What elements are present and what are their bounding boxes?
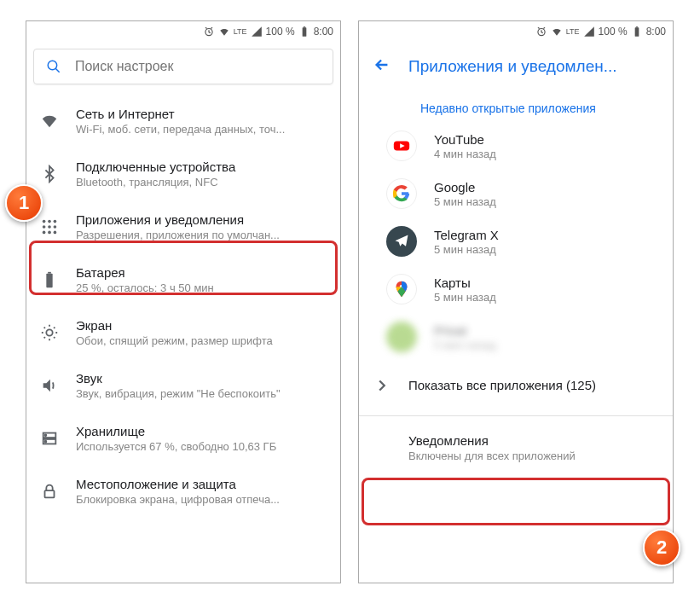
item-title: Уведомления [408,433,659,448]
svg-point-6 [54,220,57,223]
signal-icon [251,26,263,38]
network-label: LTE [234,28,247,36]
app-title: Google [434,180,659,194]
settings-list: Сеть и ИнтернетWi-Fi, моб. сети, передач… [26,91,340,521]
section-recent-apps: Недавно открытые приложения [359,88,673,122]
app-subtitle: 5 мин назад [434,243,659,256]
divider [359,415,673,416]
item-subtitle: Wi-Fi, моб. сети, передача данных, точ..… [76,123,327,136]
volume-icon [40,376,59,395]
svg-rect-14 [48,272,51,274]
apps-icon [40,218,59,236]
svg-rect-1 [302,27,306,37]
svg-point-12 [54,231,57,235]
maps-icon [386,274,417,304]
search-icon [46,58,61,75]
header-title: Приложения и уведомлен... [408,57,617,76]
alarm-icon [535,26,547,38]
item-title: Экран [76,318,327,333]
clock-time: 8:00 [646,26,666,38]
app-subtitle: 4 мин назад [434,148,659,160]
battery-icon [40,270,59,289]
item-title: Приложения и уведомления [76,212,327,227]
settings-item-network[interactable]: Сеть и ИнтернетWi-Fi, моб. сети, передач… [26,95,340,148]
settings-item-sound[interactable]: ЗвукЗвук, вибрация, режим "Не беспокоить… [26,359,340,412]
app-item-youtube[interactable]: YouTube4 мин назад [359,122,673,170]
status-bar: LTE 100 % 8:00 [26,21,340,42]
notifications-item[interactable]: УведомленияВключены для всех приложений [359,421,673,474]
svg-point-9 [54,225,57,229]
svg-point-18 [45,434,47,436]
show-all-apps[interactable]: Показать все приложения (125) [359,361,673,410]
settings-item-battery[interactable]: Батарея25 %, осталось: 3 ч 50 мин [26,253,340,306]
item-title: Звук [76,371,327,386]
settings-item-apps[interactable]: Приложения и уведомленияРазрешения, прил… [26,200,340,253]
svg-rect-20 [45,490,55,497]
google-icon [386,178,417,209]
item-title: Хранилище [76,424,327,438]
item-subtitle: Разрешения, приложения по умолчан... [76,229,327,241]
app-icon [386,322,417,352]
bluetooth-icon [40,165,59,183]
search-bar[interactable] [33,49,333,84]
settings-item-connected[interactable]: Подключенные устройстваBluetooth, трансл… [26,148,340,200]
svg-rect-22 [634,27,639,37]
settings-item-display[interactable]: ЭкранОбои, спящий режим, размер шрифта [26,306,340,359]
wifi-icon [551,26,563,38]
item-subtitle: Bluetooth, трансляция, NFC [76,176,327,188]
svg-point-3 [48,61,56,69]
show-all-label: Показать все приложения (125) [408,378,659,392]
svg-point-15 [46,329,52,335]
svg-point-10 [43,231,46,235]
alarm-icon [203,26,215,38]
svg-point-7 [43,225,46,229]
svg-point-5 [48,220,51,223]
settings-item-storage[interactable]: ХранилищеИспользуется 67 %, свободно 10,… [26,412,340,465]
app-item-telegram[interactable]: Telegram X5 мин назад [359,218,673,265]
app-title: Telegram X [434,228,659,242]
app-item-maps[interactable]: Карты5 мин назад [359,265,673,313]
status-bar: LTE 100 % 8:00 [359,21,673,42]
settings-main-screen: LTE 100 % 8:00 Сеть и ИнтернетWi-Fi, моб… [26,20,341,583]
item-title: Подключенные устройства [76,160,327,174]
svg-rect-23 [635,26,637,27]
app-title: Privat [434,323,659,338]
svg-point-8 [48,225,51,229]
back-button[interactable] [373,55,391,78]
item-subtitle: Звук, вибрация, режим "Не беспокоить" [76,387,327,400]
item-subtitle: 25 %, осталось: 3 ч 50 мин [76,281,327,294]
chevron-right-icon [373,376,391,395]
item-subtitle: Используется 67 %, свободно 10,63 ГБ [76,440,327,453]
app-subtitle: 5 мин назад [434,291,659,304]
item-subtitle: Включены для всех приложений [408,450,659,462]
wifi-icon [40,112,59,130]
svg-rect-2 [303,26,304,27]
svg-point-19 [45,441,47,443]
battery-percent: 100 % [599,26,628,38]
wifi-icon [218,26,230,38]
settings-item-security[interactable]: Местоположение и защитаБлокировка экрана… [26,465,340,518]
telegram-icon [386,226,417,257]
storage-icon [40,429,59,448]
callout-2: 2 [643,529,680,566]
svg-rect-13 [46,274,52,288]
item-subtitle: Блокировка экрана, цифровая отпеча... [76,493,327,506]
signal-icon [583,26,595,38]
brightness-icon [40,323,59,342]
item-subtitle: Обои, спящий режим, размер шрифта [76,334,327,347]
battery-icon [298,26,310,38]
clock-time: 8:00 [314,26,333,38]
app-subtitle: 5 мин назад [434,195,659,208]
item-title: Батарея [76,265,327,280]
callout-1: 1 [5,184,43,222]
item-title: Сеть и Интернет [76,107,327,121]
battery-percent: 100 % [266,26,295,38]
youtube-icon [386,130,417,161]
search-input[interactable] [75,59,321,74]
network-label: LTE [566,28,580,36]
app-item-blurred[interactable]: Privat5 мин назад [359,313,673,361]
app-title: Карты [434,276,659,290]
app-title: YouTube [434,132,659,147]
app-item-google[interactable]: Google5 мин назад [359,170,673,218]
screen-header: Приложения и уведомлен... [359,42,673,88]
